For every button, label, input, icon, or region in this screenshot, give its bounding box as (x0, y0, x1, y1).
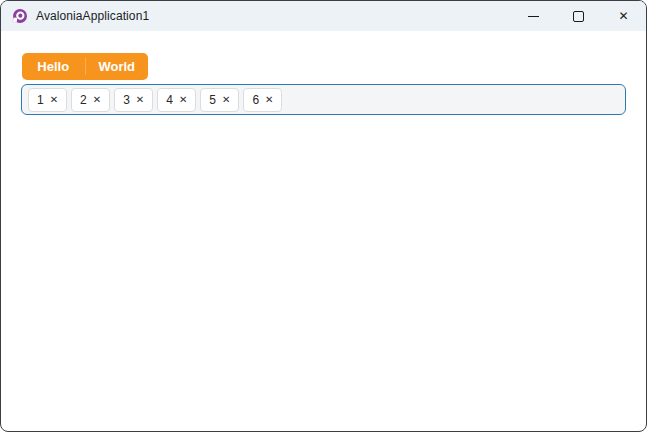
tag-chip: 5 ✕ (200, 88, 239, 112)
maximize-button[interactable] (556, 1, 601, 31)
tag-value: 6 (252, 93, 259, 107)
tags-input[interactable]: 1 ✕ 2 ✕ 3 ✕ 4 ✕ 5 ✕ 6 ✕ (21, 84, 626, 115)
tag-chip: 1 ✕ (28, 88, 67, 112)
tag-value: 3 (123, 93, 130, 107)
close-icon: ✕ (618, 10, 628, 22)
tag-value: 1 (37, 93, 44, 107)
remove-tag-icon[interactable]: ✕ (93, 95, 101, 105)
tab-world[interactable]: World (86, 53, 149, 80)
remove-tag-icon[interactable]: ✕ (179, 95, 187, 105)
remove-tag-icon[interactable]: ✕ (50, 95, 58, 105)
tab-strip: Hello World (22, 53, 148, 80)
tag-value: 5 (209, 93, 216, 107)
remove-tag-icon[interactable]: ✕ (136, 95, 144, 105)
tab-hello[interactable]: Hello (22, 53, 85, 80)
remove-tag-icon[interactable]: ✕ (265, 95, 273, 105)
window-controls: ✕ (511, 1, 646, 31)
window-title: AvaloniaApplication1 (36, 9, 149, 23)
minimize-button[interactable] (511, 1, 556, 31)
tag-value: 2 (80, 93, 87, 107)
tag-chip: 6 ✕ (243, 88, 282, 112)
titlebar[interactable]: AvaloniaApplication1 ✕ (1, 1, 646, 31)
tag-chip: 2 ✕ (71, 88, 110, 112)
tag-chip: 3 ✕ (114, 88, 153, 112)
tag-value: 4 (166, 93, 173, 107)
app-window: AvaloniaApplication1 ✕ Hello World 1 ✕ 2… (0, 0, 647, 432)
minimize-icon (528, 16, 539, 17)
remove-tag-icon[interactable]: ✕ (222, 95, 230, 105)
maximize-icon (573, 11, 584, 22)
tag-chip: 4 ✕ (157, 88, 196, 112)
avalonia-logo-icon (12, 8, 28, 24)
close-button[interactable]: ✕ (601, 1, 646, 31)
